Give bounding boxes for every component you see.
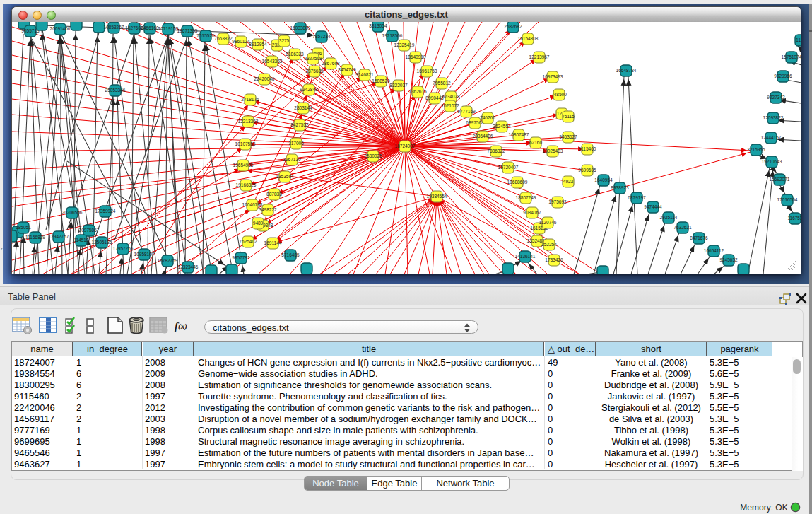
svg-text:8912954: 8912954 — [249, 42, 267, 47]
svg-text:19654985: 19654985 — [233, 163, 254, 168]
svg-text:16543362: 16543362 — [262, 59, 283, 64]
svg-text:18724007: 18724007 — [395, 144, 416, 148]
svg-text:2530025: 2530025 — [364, 153, 382, 158]
svg-text:9857791: 9857791 — [232, 255, 250, 260]
svg-text:8471676: 8471676 — [690, 235, 708, 240]
svg-text:12323446: 12323446 — [178, 264, 199, 269]
svg-text:2867608: 2867608 — [322, 61, 340, 66]
svg-text:15692071: 15692071 — [770, 177, 790, 182]
svg-text:16782759: 16782759 — [158, 258, 178, 263]
svg-text:9489: 9489 — [253, 221, 264, 226]
svg-text:2687682: 2687682 — [504, 24, 522, 29]
svg-text:114519: 114519 — [73, 238, 89, 243]
svg-text:9860124: 9860124 — [232, 39, 250, 44]
svg-text:8186323: 8186323 — [286, 52, 304, 57]
svg-text:19384554: 19384554 — [427, 194, 447, 199]
svg-text:10973493: 10973493 — [543, 74, 563, 79]
svg-text:9329966: 9329966 — [774, 74, 792, 78]
svg-text:12444157: 12444157 — [761, 135, 782, 140]
svg-text:746266: 746266 — [480, 115, 495, 120]
svg-text:252254: 252254 — [541, 242, 557, 247]
svg-text:10654112: 10654112 — [704, 248, 724, 253]
svg-text:18640910: 18640910 — [406, 54, 426, 59]
svg-text:7357234: 7357234 — [312, 34, 331, 39]
svg-text:10688609: 10688609 — [507, 180, 528, 185]
svg-text:3498222: 3498222 — [259, 207, 277, 212]
svg-text:1120746: 1120746 — [539, 220, 557, 225]
svg-text:12213363: 12213363 — [238, 119, 259, 124]
svg-text:10025433: 10025433 — [543, 148, 563, 153]
svg-text:1353594: 1353594 — [276, 174, 294, 179]
svg-text:17359924: 17359924 — [95, 209, 116, 214]
svg-text:317006: 317006 — [288, 141, 304, 146]
svg-text:16648784: 16648784 — [616, 68, 637, 73]
svg-text:20975867: 20975867 — [79, 228, 100, 233]
svg-text:16046798: 16046798 — [242, 202, 263, 207]
svg-text:1588520: 1588520 — [372, 78, 390, 83]
svg-text:1621072: 1621072 — [441, 103, 459, 108]
svg-text:12942757: 12942757 — [49, 234, 69, 239]
svg-text:1733426: 1733426 — [545, 257, 563, 262]
svg-text:17957255: 17957255 — [113, 246, 134, 251]
svg-text:9242848: 9242848 — [300, 87, 318, 92]
svg-text:10807487: 10807487 — [509, 132, 529, 137]
svg-text:2803144: 2803144 — [294, 105, 312, 110]
svg-text:10719155: 10719155 — [158, 26, 179, 31]
svg-text:11156829: 11156829 — [25, 235, 45, 240]
svg-text:9245652: 9245652 — [719, 257, 738, 262]
svg-text:10958107: 10958107 — [134, 252, 155, 257]
svg-text:15720407: 15720407 — [498, 165, 519, 170]
svg-text:8990443: 8990443 — [425, 95, 444, 100]
svg-text:7632621: 7632621 — [673, 225, 692, 230]
svg-text:75115: 75115 — [562, 114, 575, 119]
svg-text:12505135: 12505135 — [92, 240, 112, 245]
svg-text:62160: 62160 — [529, 140, 542, 145]
svg-text:7515526: 7515526 — [196, 33, 215, 38]
svg-text:1691144: 1691144 — [264, 240, 282, 245]
svg-text:9115460: 9115460 — [579, 146, 596, 151]
svg-text:1112: 1112 — [796, 37, 801, 42]
svg-text:7663822: 7663822 — [214, 36, 233, 41]
svg-text:9777169: 9777169 — [457, 109, 476, 114]
svg-text:887833: 887833 — [266, 192, 282, 197]
svg-text:9146821: 9146821 — [355, 72, 374, 77]
svg-text:9474444: 9474444 — [644, 204, 662, 209]
svg-text:(x): (x) — [178, 322, 187, 331]
svg-text:1362615: 1362615 — [408, 89, 427, 94]
svg-text:9227342: 9227342 — [767, 95, 785, 100]
svg-text:25053346: 25053346 — [105, 88, 126, 93]
svg-text:19166825: 19166825 — [236, 182, 257, 187]
svg-text:19218506: 19218506 — [382, 33, 403, 38]
svg-text:3215955: 3215955 — [747, 147, 765, 152]
svg-text:3375685: 3375685 — [305, 69, 324, 74]
svg-text:3267130: 3267130 — [283, 157, 301, 162]
svg-text:22420046: 22420046 — [254, 76, 275, 81]
svg-text:3624554: 3624554 — [493, 124, 511, 129]
svg-text:12213967: 12213967 — [529, 54, 550, 59]
svg-text:6466160: 6466160 — [141, 25, 159, 30]
svg-text:185051: 185051 — [16, 225, 31, 230]
svg-text:3275: 3275 — [279, 38, 290, 43]
svg-text:748500: 748500 — [551, 92, 567, 97]
svg-text:6897568: 6897568 — [466, 120, 484, 125]
svg-text:2935114: 2935114 — [660, 215, 678, 220]
svg-text:9327508: 9327508 — [304, 56, 322, 61]
svg-text:8813054: 8813054 — [369, 23, 387, 28]
svg-text:7386322: 7386322 — [487, 148, 505, 153]
svg-text:8938923: 8938923 — [611, 185, 629, 190]
svg-text:5716485: 5716485 — [281, 252, 300, 257]
svg-text:9084067: 9084067 — [523, 210, 541, 215]
svg-text:16961758: 16961758 — [417, 69, 437, 74]
svg-text:10853267: 10853267 — [104, 25, 124, 30]
svg-text:19210643: 19210643 — [762, 159, 782, 164]
svg-text:9699695: 9699695 — [578, 168, 596, 173]
svg-text:16154808: 16154808 — [518, 36, 539, 41]
svg-text:1975692: 1975692 — [548, 199, 567, 204]
svg-text:20364436: 20364436 — [473, 134, 493, 139]
svg-text:10107553: 10107553 — [235, 141, 256, 146]
svg-text:20691406: 20691406 — [50, 26, 71, 31]
svg-text:18807249: 18807249 — [516, 195, 536, 200]
svg-text:14136141: 14136141 — [515, 254, 536, 259]
svg-text:8322037: 8322037 — [389, 83, 408, 88]
svg-text:8454749: 8454749 — [338, 67, 356, 72]
